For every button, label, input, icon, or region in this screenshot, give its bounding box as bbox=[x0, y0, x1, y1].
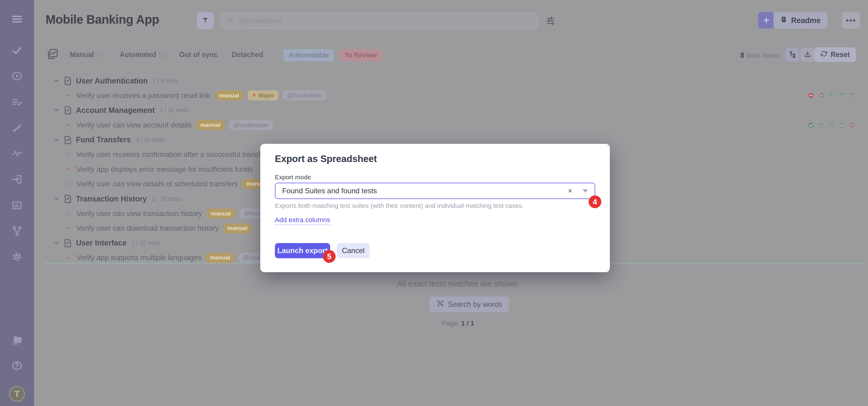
filter-out-of-sync[interactable]: Out of sync bbox=[179, 51, 218, 59]
search-icon bbox=[227, 17, 234, 25]
passed-dot-icon[interactable] bbox=[850, 93, 855, 98]
passed-dot-icon[interactable] bbox=[808, 123, 814, 128]
manual-badge[interactable]: manual bbox=[207, 208, 236, 218]
test-name[interactable]: Verify user receives confirmation after … bbox=[76, 150, 267, 159]
export-mode-label: Export mode bbox=[275, 174, 311, 181]
manual-badge[interactable]: manual bbox=[206, 253, 235, 263]
search-settings-icon[interactable] bbox=[546, 16, 556, 26]
tree-view-toggle[interactable] bbox=[785, 48, 800, 62]
word-search-icon bbox=[436, 300, 444, 309]
test-name[interactable]: Verify user can view account details bbox=[76, 121, 192, 129]
suite-count: 3 / 10 tests bbox=[136, 136, 165, 143]
filter-manual[interactable]: Manual70 bbox=[70, 51, 104, 59]
export-mode-select[interactable]: Found Suites and found tests × 4 bbox=[275, 183, 595, 199]
suite-row[interactable]: User Authentication 1 / 9 tests bbox=[0, 73, 868, 88]
failed-dot-icon[interactable] bbox=[808, 93, 814, 98]
chevron-down-icon[interactable] bbox=[54, 196, 60, 202]
search-box[interactable] bbox=[221, 13, 537, 29]
reset-button[interactable]: Reset bbox=[814, 47, 856, 62]
suite-count: 2 / 10 tests bbox=[152, 195, 180, 202]
status-circle-icon[interactable] bbox=[65, 180, 72, 187]
add-button[interactable]: + bbox=[758, 12, 774, 29]
tests-check-icon[interactable] bbox=[11, 44, 23, 56]
failed-dot-icon[interactable] bbox=[850, 123, 855, 128]
chevron-down-icon[interactable] bbox=[583, 189, 588, 193]
passed-dot-icon[interactable] bbox=[839, 93, 845, 98]
priority-caret-icon[interactable] bbox=[65, 254, 72, 261]
refresh-icon bbox=[820, 50, 828, 59]
priority-caret-icon[interactable] bbox=[65, 166, 72, 173]
reset-label: Reset bbox=[831, 51, 850, 59]
bulk-select-icon[interactable] bbox=[46, 48, 59, 61]
suite-doc-icon bbox=[63, 135, 72, 145]
test-row[interactable]: Verify user can view account details man… bbox=[0, 118, 868, 133]
chevron-down-icon[interactable] bbox=[54, 78, 60, 84]
sidebar-bottom-icons: T bbox=[0, 334, 34, 402]
test-name[interactable]: Verify user can download transaction his… bbox=[76, 224, 219, 232]
search-by-words-label: Search by words bbox=[448, 300, 502, 309]
suite-name[interactable]: User Authentication bbox=[76, 76, 148, 85]
launch-export-label: Launch export bbox=[277, 246, 328, 255]
readme-button[interactable]: Readme bbox=[774, 12, 827, 29]
readme-label: Readme bbox=[791, 16, 820, 25]
launch-export-button[interactable]: Launch export 5 bbox=[275, 243, 330, 258]
manual-badge[interactable]: manual bbox=[215, 91, 244, 100]
projects-folder-icon[interactable] bbox=[11, 334, 23, 345]
status-circle-icon[interactable] bbox=[65, 210, 72, 217]
menu-icon[interactable] bbox=[11, 13, 23, 25]
filter-automated[interactable]: Automated62 bbox=[120, 51, 166, 59]
filter-detached[interactable]: Detached bbox=[232, 51, 263, 59]
search-by-words-button[interactable]: Search by words bbox=[430, 297, 509, 312]
clear-selection-icon[interactable]: × bbox=[568, 187, 572, 195]
failed-dot-icon[interactable] bbox=[819, 93, 824, 98]
help-icon[interactable] bbox=[11, 360, 23, 371]
cancel-label: Cancel bbox=[342, 246, 365, 255]
major-badge[interactable]: Major bbox=[248, 91, 279, 100]
chevron-down-icon[interactable] bbox=[54, 107, 60, 113]
test-name[interactable]: Verify app supports multiple languages bbox=[76, 253, 202, 262]
app-logo[interactable]: T bbox=[9, 386, 25, 402]
passed-dot-icon[interactable] bbox=[839, 123, 845, 128]
suite-doc-icon bbox=[63, 238, 72, 248]
filter-automatable-pill[interactable]: Automatable bbox=[283, 49, 334, 61]
chevron-down-icon[interactable] bbox=[54, 137, 60, 143]
suite-name[interactable]: Account Management bbox=[76, 106, 155, 115]
priority-caret-icon[interactable] bbox=[65, 92, 72, 99]
filter-to-review-pill[interactable]: To Review bbox=[339, 49, 382, 61]
tag-badge[interactable]: @localisation bbox=[229, 120, 273, 130]
passed-dot-icon[interactable] bbox=[819, 123, 824, 128]
suite-name[interactable]: User Interface bbox=[76, 238, 127, 247]
app-root: T Mobile Banking App + Readme ••• Manual… bbox=[0, 0, 868, 406]
priority-caret-icon[interactable] bbox=[65, 122, 72, 128]
test-name[interactable]: Verify user receives a password reset li… bbox=[76, 91, 211, 100]
tag-badge[interactable]: @localisation bbox=[283, 91, 327, 100]
filter-button[interactable] bbox=[197, 12, 214, 29]
passed-dot-icon[interactable] bbox=[829, 93, 834, 98]
more-menu-button[interactable]: ••• bbox=[842, 12, 860, 29]
run-history-dots bbox=[808, 88, 855, 103]
matches-message: All exact tests matches are shown. bbox=[0, 279, 868, 289]
add-extra-columns-link[interactable]: Add extra columns bbox=[275, 216, 330, 225]
tree-view-icon bbox=[789, 50, 797, 60]
suite-name[interactable]: Transaction History bbox=[76, 195, 147, 203]
suite-count: 1 / 10 tests bbox=[131, 239, 160, 246]
suite-name[interactable]: Fund Transfers bbox=[76, 135, 131, 144]
suite-row[interactable]: Account Management 1 / 11 tests bbox=[0, 103, 868, 118]
manual-badge[interactable]: manual bbox=[223, 223, 252, 233]
suite-count: 1 / 11 tests bbox=[160, 107, 188, 114]
export-mode-value: Found Suites and found tests bbox=[282, 187, 568, 195]
test-row[interactable]: Verify user receives a password reset li… bbox=[0, 88, 868, 103]
export-download-button[interactable] bbox=[801, 48, 814, 62]
annotation-badge-5: 5 bbox=[323, 250, 336, 263]
passed-dot-icon[interactable] bbox=[829, 123, 834, 128]
test-name[interactable]: Verify user can view transaction history bbox=[76, 209, 202, 218]
search-input[interactable] bbox=[238, 17, 532, 25]
manual-badge[interactable]: manual bbox=[196, 120, 225, 130]
status-circle-icon[interactable] bbox=[65, 151, 72, 158]
test-name[interactable]: Verify app displays error message for in… bbox=[76, 165, 253, 174]
test-name[interactable]: Verify user can view details of schedule… bbox=[76, 180, 238, 188]
priority-caret-icon[interactable] bbox=[65, 225, 72, 232]
chevron-down-icon[interactable] bbox=[54, 240, 60, 246]
cancel-button[interactable]: Cancel bbox=[337, 243, 370, 258]
page-title: Mobile Banking App bbox=[45, 13, 159, 26]
